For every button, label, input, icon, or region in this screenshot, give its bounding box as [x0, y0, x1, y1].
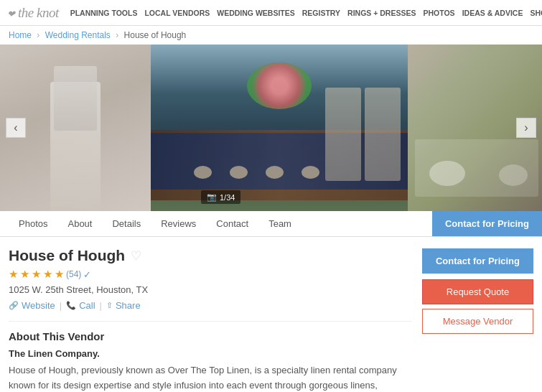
vendor-title: House of Hough: [9, 247, 125, 264]
star-3: ★: [32, 268, 41, 281]
nav-wedding-websites[interactable]: WEDDING WEBSITES: [217, 9, 295, 17]
gallery-next-arrow[interactable]: ›: [516, 118, 536, 138]
nav-registry[interactable]: REGISTRY: [302, 9, 340, 17]
star-2: ★: [20, 268, 29, 281]
nav-ideas-advice[interactable]: IDEAS & ADVICE: [462, 9, 523, 17]
divider-1: [9, 321, 412, 322]
sidebar-right: Contact for Pricing Request Quote Messag…: [422, 247, 533, 392]
share-link[interactable]: Share: [116, 300, 141, 311]
breadcrumb-sep-1: ›: [37, 30, 39, 40]
nav-local-vendors[interactable]: LOCAL VENDORS: [144, 9, 210, 17]
breadcrumb-wedding-rentals[interactable]: Wedding Rentals: [45, 30, 111, 40]
call-link[interactable]: Call: [79, 300, 95, 311]
tab-contact[interactable]: Contact: [206, 211, 258, 236]
tab-reviews[interactable]: Reviews: [151, 211, 206, 236]
about-description: House of Hough, previously known as Over…: [9, 363, 412, 392]
rating-row: ★ ★ ★ ★ ★ (54) ✓: [9, 268, 412, 281]
tab-details[interactable]: Details: [102, 211, 151, 236]
header: ❤ the knot PLANNING TOOLS LOCAL VENDORS …: [0, 0, 542, 26]
tab-team[interactable]: Team: [258, 211, 302, 236]
gallery-prev-arrow[interactable]: ‹: [6, 118, 26, 138]
company-name: The Linen Company.: [9, 348, 412, 359]
breadcrumb-sep-2: ›: [116, 30, 118, 40]
breadcrumb: Home › Wedding Rentals › House of Hough: [0, 26, 542, 45]
photo-counter: 📷 1/34: [201, 190, 240, 204]
vendor-details-left: House of Hough ♡ ★ ★ ★ ★ ★ (54) ✓ 1025 W…: [9, 247, 412, 392]
vendor-links: 🔗 Website | 📞 Call | ⇧ Share: [9, 300, 412, 311]
message-vendor-button[interactable]: Message Vendor: [422, 309, 533, 334]
contact-for-pricing-tab[interactable]: Contact for Pricing: [432, 211, 542, 236]
nav-planning-tools[interactable]: PLANNING TOOLS: [70, 9, 138, 17]
about-title: About This Vendor: [9, 330, 412, 342]
about-section: About This Vendor The Linen Company. Hou…: [9, 330, 412, 392]
heart-icon[interactable]: ♡: [131, 248, 141, 263]
vendor-address: 1025 W. 25th Street, Houston, TX: [9, 284, 412, 295]
tab-photos[interactable]: Photos: [9, 211, 57, 236]
star-5-half: ★: [55, 268, 64, 281]
sep-2: |: [100, 300, 102, 311]
gallery-image-2: [151, 45, 408, 211]
nav-photos[interactable]: PHOTOS: [423, 9, 454, 17]
vendor-name-row: House of Hough ♡: [9, 247, 412, 264]
gallery: ‹ › 📷 1/34: [0, 45, 542, 211]
website-link[interactable]: Website: [22, 300, 55, 311]
phone-icon: 📞: [66, 301, 76, 310]
tabs-bar: Photos About Details Reviews Contact Tea…: [0, 211, 542, 237]
share-icon: ⇧: [106, 301, 113, 310]
main-content: House of Hough ♡ ★ ★ ★ ★ ★ (54) ✓ 1025 W…: [0, 237, 542, 392]
verified-icon: ✓: [83, 269, 91, 280]
contact-for-pricing-button[interactable]: Contact for Pricing: [422, 248, 533, 274]
request-quote-button[interactable]: Request Quote: [422, 279, 533, 304]
review-count[interactable]: (54): [66, 269, 81, 279]
tab-about[interactable]: About: [57, 211, 102, 236]
nav-rings-dresses[interactable]: RINGS + DRESSES: [347, 9, 416, 17]
link-icon: 🔗: [9, 301, 19, 310]
camera-icon: 📷: [207, 192, 217, 202]
nav-shop[interactable]: SHOP: [530, 9, 542, 17]
star-4: ★: [43, 268, 52, 281]
sep-1: |: [60, 300, 62, 311]
logo[interactable]: ❤ the knot: [7, 4, 59, 21]
breadcrumb-current: House of Hough: [124, 30, 187, 40]
breadcrumb-home[interactable]: Home: [9, 30, 32, 40]
star-1: ★: [9, 268, 18, 281]
main-nav: PLANNING TOOLS LOCAL VENDORS WEDDING WEB…: [70, 9, 542, 17]
